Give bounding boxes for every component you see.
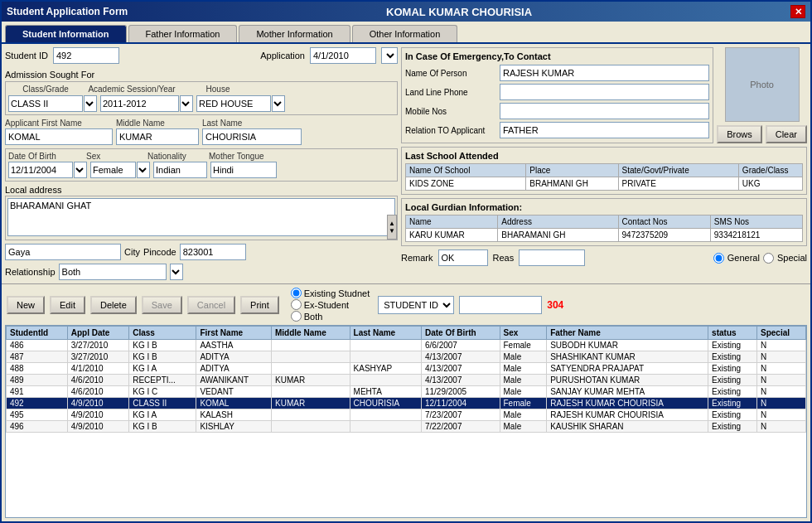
address-section: Local address BHARAMANI GHAT ▲ ▼ [5, 185, 398, 240]
pincode-label: Pincode [143, 247, 176, 257]
student-id-input[interactable] [53, 47, 119, 64]
landline-row: Land Line Phone [405, 84, 709, 100]
save-button[interactable]: Save [142, 296, 182, 314]
relation-input[interactable] [500, 122, 709, 138]
first-name-input[interactable] [5, 128, 113, 145]
house-dropdown[interactable] [272, 95, 285, 112]
city-input[interactable] [5, 244, 121, 260]
table-row[interactable]: 4914/6/2010KG I CVEDANTMEHTA11/29/2005Ma… [7, 386, 806, 398]
relationship-dropdown[interactable] [170, 264, 183, 280]
photo-box: Photo [725, 47, 800, 122]
class-input[interactable] [8, 95, 83, 112]
table-section: StudentId Appl Date Class First Name Mid… [2, 325, 810, 521]
delete-button[interactable]: Delete [90, 296, 137, 314]
tab-other-information[interactable]: Other Information [352, 25, 458, 42]
sex-input[interactable] [90, 162, 136, 178]
guardian-contact-value: 9472375209 [619, 229, 711, 241]
mobile-label: Mobile Nos [405, 107, 496, 116]
th-status: status [708, 327, 757, 340]
table-row[interactable]: 4964/9/2010KG I BKISHLAY7/22/2007MaleKAU… [7, 421, 806, 433]
mobile-input[interactable] [500, 103, 709, 119]
print-button[interactable]: Print [240, 296, 279, 314]
th-first-name: First Name [196, 327, 272, 340]
right-panel: In Case Of Emergency,To Contact Name Of … [401, 47, 807, 280]
house-label: House [181, 85, 255, 94]
search-input[interactable] [459, 296, 542, 314]
cancel-button[interactable]: Cancel [187, 296, 235, 314]
mother-tongue-input[interactable] [210, 162, 277, 178]
sex-dropdown[interactable] [137, 162, 150, 178]
tab-father-information[interactable]: Father Information [128, 25, 238, 42]
ex-student-radio[interactable] [291, 299, 302, 310]
mobile-row: Mobile Nos [405, 103, 709, 119]
remark-input[interactable] [438, 249, 488, 266]
guardian-addr-col: Address [498, 215, 618, 228]
general-radio[interactable] [713, 253, 724, 264]
special-radio[interactable] [763, 253, 774, 264]
table-row[interactable]: 4894/6/2010RECEPTI...AWANIKANTKUMAR4/13/… [7, 375, 806, 386]
mother-tongue-label: Mother Tongue [209, 152, 275, 161]
class-dropdown[interactable] [84, 95, 97, 112]
tab-mother-information[interactable]: Mother Information [239, 25, 350, 42]
title-bar: Student Application Form KOMAL KUMAR CHO… [2, 2, 810, 22]
reason-input[interactable] [519, 249, 585, 266]
admission-label: Admission Sought For [5, 70, 398, 80]
guardian-header: Name Address Contact Nos SMS Nos [405, 215, 803, 228]
session-input[interactable] [100, 95, 179, 112]
guardian-row: KARU KUMAR BHARAMANI GH 9472375209 93342… [405, 228, 803, 242]
table-row[interactable]: 4873/27/2010KG I BADITYA4/13/2007MaleSHA… [7, 351, 806, 363]
existing-radio[interactable] [291, 288, 302, 298]
middle-name-label: Middle Name [116, 119, 199, 128]
edit-button[interactable]: Edit [50, 296, 85, 314]
table-container[interactable]: StudentId Appl Date Class First Name Mid… [5, 325, 807, 518]
remark-label: Remark [401, 253, 433, 263]
nationality-label: Nationality [147, 152, 205, 161]
table-row[interactable]: 4924/9/2010CLASS IIKOMALKUMARCHOURISIA12… [7, 398, 806, 409]
sex-label: Sex [86, 152, 144, 161]
bottom-bar: New Edit Delete Save Cancel Print Existi… [2, 283, 810, 325]
emergency-photo-row: In Case Of Emergency,To Contact Name Of … [401, 47, 807, 143]
both-label: Both [304, 312, 323, 322]
person-input[interactable] [500, 65, 709, 81]
local-address-input[interactable]: BHARAMANI GHAT [7, 198, 395, 236]
nationality-input[interactable] [153, 162, 207, 178]
table-row[interactable]: 4863/27/2010KG I BAASTHA6/6/2007FemaleSU… [7, 340, 806, 351]
th-middle-name: Middle Name [272, 327, 350, 340]
pincode-input[interactable] [180, 244, 246, 260]
middle-name-input[interactable] [116, 128, 199, 145]
ex-student-radio-item: Ex-Student [291, 299, 370, 310]
application-dropdown[interactable] [381, 47, 398, 64]
dob-dropdown[interactable] [74, 162, 87, 178]
photo-buttons: Brows Clear [717, 125, 807, 143]
search-dropdown[interactable]: STUDENT ID [378, 296, 454, 314]
dob-input[interactable] [8, 162, 73, 178]
table-row[interactable]: 4884/1/2010KG I AADITYAKASHYAP4/13/2007M… [7, 363, 806, 375]
landline-input[interactable] [500, 84, 709, 100]
relationship-input[interactable] [59, 264, 167, 280]
session-dropdown[interactable] [180, 95, 193, 112]
guardian-sms-col: SMS Nos [711, 215, 802, 228]
school-col-label: Name Of School [406, 164, 526, 177]
last-name-input[interactable] [202, 128, 302, 145]
both-radio[interactable] [291, 311, 302, 322]
ex-student-label: Ex-Student [304, 300, 349, 310]
close-button[interactable]: ✕ [790, 5, 805, 18]
browse-button[interactable]: Brows [717, 125, 762, 143]
house-input[interactable] [196, 95, 271, 112]
address-scrollbar[interactable]: ▲ ▼ [387, 215, 397, 240]
th-studentid: StudentId [7, 327, 68, 340]
grade-col-label: Grade/Class [739, 164, 802, 177]
application-input[interactable] [310, 47, 376, 64]
special-label: Special [777, 253, 807, 263]
clear-button[interactable]: Clear [766, 125, 807, 143]
tab-student-information[interactable]: Student Information [5, 25, 127, 42]
dob-section: Date Of Birth Sex Nationality Mother Ton… [5, 148, 398, 182]
guardian-contact-col: Contact Nos [619, 215, 711, 228]
new-button[interactable]: New [7, 296, 45, 314]
th-dob: Date Of Birth [421, 327, 500, 340]
guardian-addr-value: BHARAMANI GH [498, 229, 618, 241]
filter-radio-group: Existing Studnet Ex-Student Both [291, 288, 370, 322]
table-row[interactable]: 4954/9/2010KG I AKALASH7/23/2007MaleRAJE… [7, 409, 806, 421]
dob-label: Date Of Birth [8, 152, 83, 161]
general-radio-group: General Special [713, 253, 807, 264]
